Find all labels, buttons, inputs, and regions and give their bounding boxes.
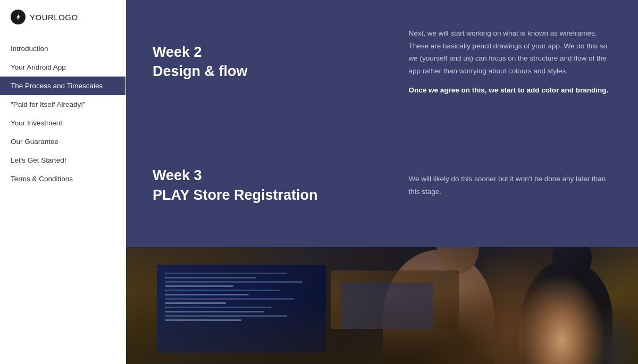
week3-description: We will likely do this sooner but it won… xyxy=(409,173,612,198)
week2-subtitle: Design & flow xyxy=(153,62,248,81)
week3-subtitle: PLAY Store Registration xyxy=(153,185,318,205)
logo-text: YOURLOGO xyxy=(30,13,78,22)
sidebar-item-the-process-and-timescales[interactable]: The Process and Timescales xyxy=(0,77,125,95)
svg-marker-0 xyxy=(16,14,20,20)
sidebar-item-paid-for-itself[interactable]: "Paid for Itself Already!" xyxy=(0,95,125,114)
week2-label: Week 2 xyxy=(153,43,202,62)
logo-area: YOURLOGO xyxy=(0,0,125,36)
sidebar-item-introduction[interactable]: Introduction xyxy=(0,39,125,58)
week3-label: Week 3 xyxy=(153,166,202,185)
main-content: Week 2 Design & flow Next, we will start… xyxy=(126,0,638,364)
sidebar: YOURLOGO Introduction Your Android App T… xyxy=(0,0,126,364)
image-section xyxy=(126,247,638,364)
logo-regular: LOGO xyxy=(54,13,78,22)
sidebar-item-your-investment[interactable]: Your Investment xyxy=(0,114,125,132)
week3-title-cell: Week 3 PLAY Store Registration xyxy=(126,124,382,248)
sidebar-item-your-android-app[interactable]: Your Android App xyxy=(0,58,125,77)
week2-title-cell: Week 2 Design & flow xyxy=(126,0,382,124)
sidebar-nav: Introduction Your Android App The Proces… xyxy=(0,36,125,188)
week2-description: Next, we will start working on what is k… xyxy=(409,27,612,78)
week2-desc-cell: Next, we will start working on what is k… xyxy=(382,0,639,124)
office-photo xyxy=(126,247,638,364)
content-area: Week 2 Design & flow Next, we will start… xyxy=(126,0,638,247)
sidebar-item-our-guarantee[interactable]: Our Guarantee xyxy=(0,132,125,151)
logo-icon xyxy=(11,10,26,24)
week2-highlight: Once we agree on this, we start to add c… xyxy=(409,84,612,97)
logo-bold: YOUR xyxy=(30,13,54,22)
sidebar-item-lets-get-started[interactable]: Let's Get Started! xyxy=(0,151,125,170)
week3-desc-cell: We will likely do this sooner but it won… xyxy=(382,124,639,248)
sidebar-item-terms-and-conditions[interactable]: Terms & Conditions xyxy=(0,170,125,188)
